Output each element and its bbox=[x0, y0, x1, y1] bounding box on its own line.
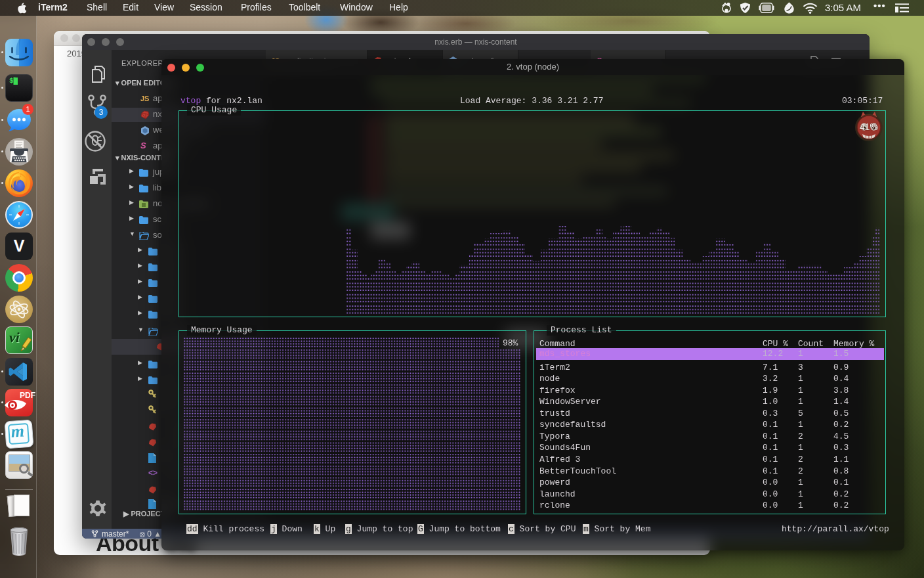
svg-text:41%: 41% bbox=[860, 122, 878, 132]
